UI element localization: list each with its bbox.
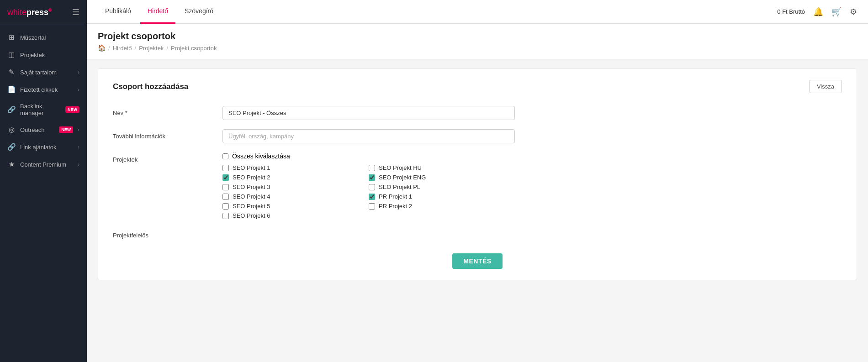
tab-hirdető[interactable]: Hirdető bbox=[140, 0, 175, 24]
label-seo1[interactable]: SEO Projekt 1 bbox=[233, 164, 270, 171]
checkbox-seo1[interactable] bbox=[222, 165, 229, 171]
notification-icon[interactable]: 🔔 bbox=[813, 7, 823, 17]
checkbox-col-1: SEO Projekt 1 SEO Projekt 2 SEO Projekt … bbox=[222, 164, 369, 219]
sidebar-item-outreach[interactable]: ◎ Outreach NEW › bbox=[0, 121, 87, 138]
list-item: SEO Projekt 3 bbox=[222, 184, 369, 190]
outreach-icon: ◎ bbox=[7, 126, 16, 134]
list-item: SEO Projekt 2 bbox=[222, 174, 369, 181]
checkbox-seo3[interactable] bbox=[222, 184, 229, 190]
checkbox-pr1[interactable] bbox=[369, 194, 375, 200]
projektek-row: Projektek Összes kiválasztása SEO Projek… bbox=[113, 152, 842, 219]
label-seo4[interactable]: SEO Projekt 4 bbox=[233, 193, 270, 200]
tab-publikaló[interactable]: Publikáló bbox=[98, 0, 138, 24]
breadcrumb-projektek[interactable]: Projektek bbox=[139, 45, 164, 52]
checkboxes-container: Összes kiválasztása SEO Projekt 1 SEO Pr… bbox=[222, 152, 515, 219]
chevron-icon: › bbox=[78, 127, 79, 132]
chevron-icon: › bbox=[78, 144, 79, 150]
list-item: SEO Projekt HU bbox=[369, 164, 515, 171]
checkbox-pr2[interactable] bbox=[369, 203, 375, 210]
checkbox-seo4[interactable] bbox=[222, 194, 229, 200]
projektek-icon: ◫ bbox=[7, 51, 16, 59]
tovabbi-row: További információk bbox=[113, 129, 842, 143]
chevron-icon: › bbox=[78, 162, 79, 167]
checkbox-seo-eng[interactable] bbox=[369, 174, 375, 181]
save-button[interactable]: MENTÉS bbox=[452, 253, 502, 269]
nev-row: Név * bbox=[113, 106, 842, 120]
form-card-title: Csoport hozzáadása bbox=[113, 82, 188, 91]
select-all-label[interactable]: Összes kiválasztása bbox=[232, 152, 290, 160]
star-icon: ★ bbox=[7, 160, 16, 168]
settings-icon[interactable]: ⚙ bbox=[850, 7, 857, 17]
label-seo-pl[interactable]: SEO Projekt PL bbox=[379, 184, 420, 190]
checkbox-seo6[interactable] bbox=[222, 213, 229, 219]
list-item: SEO Projekt PL bbox=[369, 184, 515, 190]
top-nav-right: 0 Ft Bruttó 🔔 🛒 ⚙ bbox=[777, 7, 857, 17]
label-seo-hu[interactable]: SEO Projekt HU bbox=[379, 164, 422, 171]
label-seo3[interactable]: SEO Projekt 3 bbox=[233, 184, 270, 190]
form-card-header: Csoport hozzáadása Vissza bbox=[113, 80, 842, 93]
new-badge: NEW bbox=[65, 106, 79, 113]
tab-szövegíró[interactable]: Szövegíró bbox=[177, 0, 221, 24]
checkbox-columns: SEO Projekt 1 SEO Projekt 2 SEO Projekt … bbox=[222, 164, 515, 219]
label-pr1[interactable]: PR Projekt 1 bbox=[379, 193, 412, 200]
checkbox-seo-hu[interactable] bbox=[369, 165, 375, 171]
list-item: PR Projekt 2 bbox=[369, 203, 515, 210]
dashboard-icon: ⊞ bbox=[7, 33, 16, 42]
label-seo5[interactable]: SEO Projekt 5 bbox=[233, 203, 270, 210]
chevron-icon: › bbox=[78, 69, 79, 75]
label-seo-eng[interactable]: SEO Projekt ENG bbox=[379, 174, 426, 181]
back-button[interactable]: Vissza bbox=[809, 80, 842, 93]
sidebar-item-backlink-manager[interactable]: 🔗 Backlink manager NEW bbox=[0, 98, 87, 121]
checkbox-seo-pl[interactable] bbox=[369, 184, 375, 190]
checkbox-seo5[interactable] bbox=[222, 203, 229, 210]
page-title: Projekt csoportok bbox=[98, 31, 857, 42]
checkbox-seo2[interactable] bbox=[222, 174, 229, 181]
tovabbi-label: További információk bbox=[113, 129, 213, 140]
top-navigation: Publikáló Hirdető Szövegíró 0 Ft Bruttó … bbox=[87, 0, 868, 24]
tovabbi-input[interactable] bbox=[222, 129, 515, 143]
hamburger-icon[interactable]: ☰ bbox=[72, 7, 79, 17]
breadcrumb: 🏠 / Hirdető / Projektek / Projekt csopor… bbox=[98, 44, 857, 52]
sidebar-item-projektek[interactable]: ◫ Projektek bbox=[0, 46, 87, 63]
sidebar-item-fizetett-cikkek[interactable]: 📄 Fizetett cikkek › bbox=[0, 81, 87, 98]
balance-display: 0 Ft Bruttó bbox=[777, 8, 805, 15]
sidebar-logo: whitepress® ☰ bbox=[0, 0, 87, 25]
label-seo6[interactable]: SEO Projekt 6 bbox=[233, 212, 270, 219]
cart-icon[interactable]: 🛒 bbox=[831, 7, 842, 17]
edit-icon: ✎ bbox=[7, 68, 16, 76]
new-badge: NEW bbox=[59, 126, 73, 133]
list-item: SEO Projekt 1 bbox=[222, 164, 369, 171]
checkbox-col-2: SEO Projekt HU SEO Projekt ENG SEO Proje… bbox=[369, 164, 515, 219]
breadcrumb-current: Projekt csoportok bbox=[171, 45, 217, 52]
label-pr2[interactable]: PR Projekt 2 bbox=[379, 203, 412, 210]
sidebar: whitepress® ☰ ⊞ Műszerfal ◫ Projektek ✎ … bbox=[0, 0, 87, 362]
main-area: Publikáló Hirdető Szövegíró 0 Ft Bruttó … bbox=[87, 0, 868, 362]
nev-label: Név * bbox=[113, 106, 213, 116]
projektfelelős-label: Projektfelelős bbox=[113, 228, 213, 239]
select-all-row: Összes kiválasztása bbox=[222, 152, 515, 160]
backlink-icon: 🔗 bbox=[7, 105, 16, 114]
sidebar-item-content-premium[interactable]: ★ Content Premium › bbox=[0, 156, 87, 173]
sidebar-navigation: ⊞ Műszerfal ◫ Projektek ✎ Saját tartalom… bbox=[0, 25, 87, 362]
label-seo2[interactable]: SEO Projekt 2 bbox=[233, 174, 270, 181]
list-item: PR Projekt 1 bbox=[369, 193, 515, 200]
form-card: Csoport hozzáadása Vissza Név * További … bbox=[98, 68, 857, 280]
select-all-checkbox[interactable] bbox=[222, 153, 228, 159]
list-item: SEO Projekt 6 bbox=[222, 212, 369, 219]
nev-input[interactable] bbox=[222, 106, 515, 120]
sidebar-item-sajat-tartalom[interactable]: ✎ Saját tartalom › bbox=[0, 63, 87, 81]
content-area: Projekt csoportok 🏠 / Hirdető / Projekte… bbox=[87, 24, 868, 362]
projektfelelős-row: Projektfelelős bbox=[113, 228, 842, 239]
breadcrumb-hirdető[interactable]: Hirdető bbox=[113, 45, 132, 52]
home-icon[interactable]: 🏠 bbox=[98, 44, 106, 52]
projektek-label: Projektek bbox=[113, 152, 213, 163]
articles-icon: 📄 bbox=[7, 85, 16, 94]
sidebar-item-link-ajanlatok[interactable]: 🔗 Link ajánlatok › bbox=[0, 138, 87, 156]
sidebar-item-muszerfal[interactable]: ⊞ Műszerfal bbox=[0, 29, 87, 46]
list-item: SEO Projekt 4 bbox=[222, 193, 369, 200]
list-item: SEO Projekt ENG bbox=[369, 174, 515, 181]
page-header: Projekt csoportok 🏠 / Hirdető / Projekte… bbox=[87, 24, 868, 59]
link-icon: 🔗 bbox=[7, 143, 16, 151]
list-item: SEO Projekt 5 bbox=[222, 203, 369, 210]
logo: whitepress® bbox=[7, 8, 52, 17]
